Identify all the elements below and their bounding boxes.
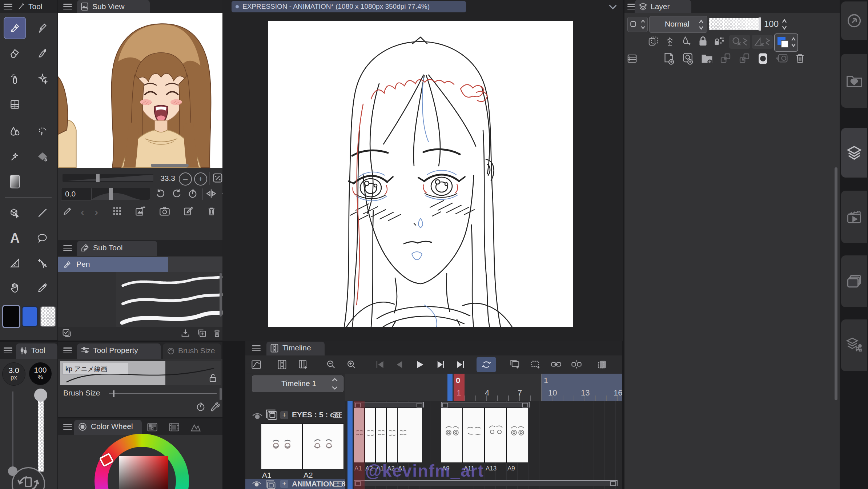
onion-skin-icon[interactable] <box>597 359 608 370</box>
subtool-row-pen[interactable]: Pen <box>58 257 222 272</box>
new-animation-cel-icon[interactable] <box>510 359 521 370</box>
timeline-zoom-in-icon[interactable] <box>346 359 357 370</box>
timeline-cel[interactable] <box>506 408 528 463</box>
layer-opacity-steppers[interactable] <box>781 17 787 31</box>
ruler-tool[interactable] <box>4 253 25 274</box>
subview-rotation-box[interactable]: 0.0 <box>61 188 92 201</box>
cel-group-bracket[interactable] <box>354 480 618 486</box>
layer-list-options-icon[interactable] <box>627 53 638 64</box>
subview-zoom-slider[interactable] <box>63 174 153 182</box>
canvas-collapse-chevron-icon[interactable] <box>608 3 618 11</box>
subview-prev-icon[interactable]: ‹ <box>81 206 84 218</box>
subview-next-icon[interactable]: › <box>95 206 98 218</box>
subview-edit-icon[interactable] <box>183 206 193 216</box>
expand-track-button[interactable]: + <box>280 411 288 419</box>
import-subtool-icon[interactable] <box>180 328 190 338</box>
color-wheel-menu-icon[interactable] <box>63 424 72 430</box>
animation-cels-panel-button[interactable] <box>841 191 867 243</box>
brush-preview-card[interactable]: kp アニメ線画 <box>60 361 221 385</box>
reference-layer-icon[interactable] <box>664 36 675 47</box>
frame-border-tool[interactable] <box>4 94 25 115</box>
cel-group-bracket[interactable] <box>441 402 530 408</box>
unlink-cels-icon[interactable] <box>571 359 582 370</box>
color-mixing-tab-icon[interactable] <box>169 422 180 432</box>
eraser-tool[interactable] <box>4 43 25 64</box>
next-frame-icon[interactable] <box>436 360 445 369</box>
brush-size-param-handle[interactable] <box>113 390 114 397</box>
rotate-ccw-icon[interactable] <box>156 188 166 199</box>
loop-play-button[interactable] <box>477 357 496 372</box>
specify-cel-icon[interactable] <box>530 359 541 370</box>
delete-subtool-icon[interactable] <box>212 328 222 338</box>
object-tool[interactable] <box>4 202 25 223</box>
expand-track-button[interactable]: + <box>280 480 288 488</box>
approx-color-tab-icon[interactable] <box>190 422 201 432</box>
hand-tool[interactable] <box>4 277 25 298</box>
layer-panel-button[interactable] <box>841 128 867 178</box>
brush-size-slider[interactable] <box>12 391 13 472</box>
brush-tool[interactable] <box>32 43 53 64</box>
color-wheel-tab-label[interactable]: Color Wheel <box>91 422 133 431</box>
brush-size-badge[interactable]: 3.0 px <box>2 362 25 386</box>
subview-rotation-slider-handle[interactable] <box>109 188 113 200</box>
tool-panel-menu-icon[interactable] <box>4 4 12 9</box>
timeline-zoom-out-icon[interactable] <box>326 359 336 370</box>
timeline-list-icon[interactable] <box>277 359 287 370</box>
line-figure-tool[interactable] <box>32 202 53 223</box>
text-tool[interactable]: A <box>4 228 25 249</box>
layer-color-control[interactable] <box>774 33 798 52</box>
new-raster-layer-icon[interactable] <box>663 52 675 65</box>
lock-transparent-pixels-icon[interactable] <box>681 36 692 47</box>
palette-color-steppers[interactable] <box>640 18 646 31</box>
blend-mode-select[interactable]: Normal <box>649 16 707 33</box>
tool-tab-label[interactable]: Tool <box>28 2 43 11</box>
animation-track-header[interactable]: + ANIMATION : 8 <box>245 479 345 489</box>
balloon-tool[interactable] <box>32 228 53 249</box>
ruler-range-control[interactable] <box>752 35 773 49</box>
opacity-slider-handle[interactable] <box>34 389 47 402</box>
tool-property-menu-icon[interactable] <box>63 347 72 353</box>
zoom-out-button[interactable]: – <box>179 172 192 186</box>
saturation-value-square[interactable] <box>119 456 168 489</box>
layer-opacity-handle[interactable] <box>759 17 761 31</box>
blend-mode-steppers[interactable] <box>698 18 704 31</box>
layer-search-panel-button[interactable] <box>841 319 867 371</box>
brush-size-tab[interactable]: Brush Size <box>163 343 221 359</box>
fill-tool[interactable] <box>32 146 53 167</box>
bottom-tool-menu-icon[interactable] <box>4 347 12 353</box>
timeline-cel[interactable] <box>365 408 375 463</box>
subview-tab-label[interactable]: Sub View <box>92 2 124 11</box>
layer-opacity-slider[interactable] <box>709 18 761 30</box>
transfer-to-layer-icon[interactable] <box>720 52 731 64</box>
delete-layer-icon[interactable] <box>795 52 805 64</box>
link-cels-icon[interactable] <box>551 359 562 370</box>
subview-grid-icon[interactable] <box>112 206 122 216</box>
blend-tool[interactable] <box>4 121 25 142</box>
track-visibility-eye-icon[interactable] <box>252 412 263 420</box>
subtool-menu-icon[interactable] <box>63 245 72 251</box>
document-tab[interactable]: EXPRESSION - ANIMATION* (1080 x 1080px 3… <box>232 1 466 12</box>
wrench-settings-icon[interactable] <box>209 402 220 412</box>
subview-rotation-slider[interactable] <box>92 188 150 200</box>
opacity-slider[interactable] <box>38 393 44 472</box>
timeline-selector[interactable]: Timeline 1 <box>252 375 343 392</box>
go-to-end-icon[interactable] <box>456 360 466 369</box>
pen-tool[interactable] <box>4 17 25 39</box>
flip-horizontal-icon[interactable] <box>206 188 217 199</box>
subtool-tab-label[interactable]: Sub Tool <box>93 243 122 252</box>
subview-image[interactable] <box>58 13 222 168</box>
layer-color-steppers[interactable] <box>791 36 796 49</box>
brush-size-param-slider[interactable] <box>109 393 217 394</box>
operation-tool[interactable] <box>32 253 53 274</box>
timeline-cel[interactable] <box>463 408 485 463</box>
new-vector-layer-icon[interactable] <box>682 52 694 65</box>
curve-editor-icon[interactable] <box>251 359 261 370</box>
duplicate-subtool-icon[interactable] <box>197 328 207 338</box>
sub-color-swatch[interactable] <box>22 306 38 327</box>
timeline-selector-down-icon[interactable] <box>331 385 338 390</box>
playhead-track[interactable] <box>354 401 365 489</box>
timeline-cel[interactable] <box>397 408 422 463</box>
fit-to-view-icon[interactable] <box>212 172 223 183</box>
drawing-canvas[interactable] <box>268 21 573 327</box>
subview-delete-icon[interactable] <box>206 206 217 216</box>
